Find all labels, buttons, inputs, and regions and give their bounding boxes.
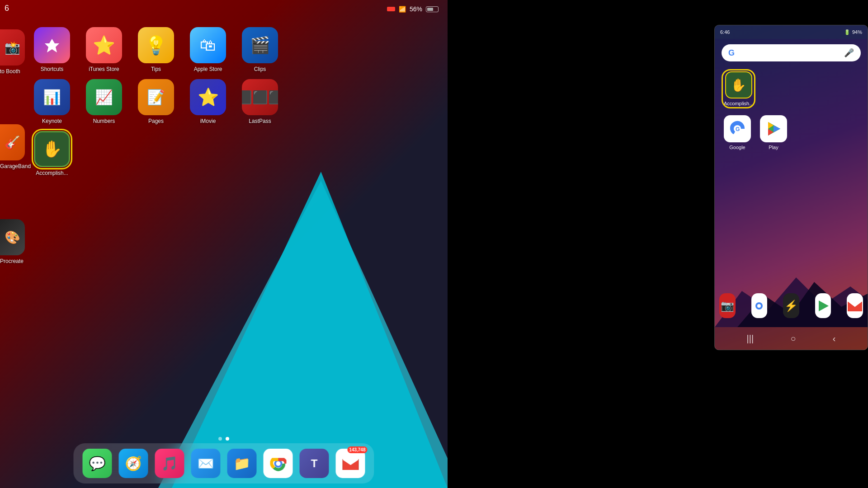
app-item-accomplished[interactable]: ✋ Accomplish... [32, 131, 72, 176]
android-dock-chrome[interactable] [751, 293, 768, 318]
android-search-bar[interactable]: G 🎤 [722, 44, 861, 61]
app-item-garageband[interactable]: 🎸 GarageBand [0, 124, 31, 169]
android-screen: 6:46 🔋 94% G 🎤 ✋ Accomplish... [714, 25, 868, 350]
dock-files[interactable]: 📁 [227, 449, 257, 478]
app-label-apple-store: Apple Store [194, 66, 222, 72]
wifi-status-icon: 📶 [399, 6, 406, 13]
app-label-clips: Clips [254, 66, 266, 72]
ipad-dock: 💬 🧭 🎵 ✉️ 📁 T 143,748 [74, 443, 374, 483]
ipad-time: 6 [5, 4, 9, 13]
page-dot-1[interactable] [218, 437, 222, 441]
app-item-procreate[interactable]: 🎨 Procreate [0, 219, 31, 264]
microphone-icon[interactable]: 🎤 [844, 48, 854, 58]
android-accomplished-app[interactable]: ✋ Accomplish... [724, 71, 753, 106]
svg-marker-11 [774, 126, 780, 132]
dock-messages[interactable]: 💬 [83, 449, 112, 478]
android-dock-camera[interactable]: 📷 [719, 293, 736, 318]
app-label-garageband: GarageBand [0, 163, 31, 169]
android-apps-row: G Google Play [715, 111, 868, 155]
android-dock-playstore[interactable] [815, 293, 831, 318]
app-item-shortcuts[interactable]: Shortcuts [32, 27, 72, 72]
dock-mail[interactable]: ✉️ [191, 449, 221, 478]
app-item-pages[interactable]: 📝 Pages [136, 79, 176, 124]
android-accomplished-label: Accomplish... [724, 101, 753, 106]
ipad-screen: 6 📶 56% 📸 to Booth 🎸 GarageBand 🎨 Procre… [0, 0, 448, 488]
dock-chrome[interactable] [264, 449, 293, 478]
app-label-pages: Pages [148, 118, 164, 124]
android-nav-home[interactable]: ○ [790, 333, 796, 344]
app-item-imovie[interactable]: ⭐ iMovie [188, 79, 228, 124]
app-label-itunes: iTunes Store [89, 66, 119, 72]
android-battery: 94% [852, 29, 862, 35]
app-label-numbers: Numbers [93, 118, 115, 124]
svg-marker-15 [819, 300, 829, 311]
app-label-lastpass: LastPass [249, 118, 271, 124]
app-item-itunes[interactable]: ⭐ iTunes Store [84, 27, 124, 72]
android-nav-back[interactable]: ‹ [833, 333, 836, 344]
app-label-keynote: Keynote [42, 118, 62, 124]
dock-music[interactable]: 🎵 [155, 449, 184, 478]
battery-percent: 56% [410, 5, 422, 13]
android-dock-launcher[interactable]: ⚡ [783, 293, 799, 318]
page-dot-2[interactable] [226, 437, 229, 441]
app-item-keynote[interactable]: 📊 Keynote [32, 79, 72, 124]
gmail-badge: 143,748 [347, 446, 367, 453]
android-bottom-dock: 📷 ⚡ [715, 289, 868, 323]
android-google-app[interactable]: G Google [724, 115, 751, 150]
app-item-lastpass[interactable]: ⬛⬛⬛ LastPass [240, 79, 280, 124]
android-nav-recents[interactable]: ||| [747, 333, 754, 344]
dock-teams[interactable]: T [300, 449, 329, 478]
app-label-accomplished: Accomplish... [36, 170, 68, 176]
app-label-tips: Tips [151, 66, 161, 72]
android-status-bar: 6:46 🔋 94% [715, 25, 868, 39]
page-dots [218, 437, 229, 441]
ipad-status-bar: 6 📶 56% [0, 0, 448, 18]
dock-safari[interactable]: 🧭 [119, 449, 148, 478]
battery-red-icon [387, 7, 395, 11]
android-dock-gmail[interactable] [847, 293, 863, 318]
app-item-numbers[interactable]: 📈 Numbers [84, 79, 124, 124]
android-nav-bar: ||| ○ ‹ [715, 327, 868, 350]
svg-point-3 [276, 461, 280, 466]
android-battery-icon: 🔋 [844, 29, 850, 35]
android-google-label: Google [729, 145, 745, 150]
svg-text:G: G [736, 126, 740, 132]
app-label-procreate: Procreate [0, 258, 24, 264]
app-item-apple-store[interactable]: 🛍 Apple Store [188, 27, 228, 72]
app-item-photo-booth[interactable]: 📸 to Booth [0, 29, 31, 75]
android-play-app[interactable]: Play [760, 115, 787, 150]
app-item-clips[interactable]: 🎬 Clips [240, 27, 280, 72]
battery-bar [426, 6, 439, 12]
app-label-shortcuts: Shortcuts [41, 66, 64, 72]
app-label-imovie: iMovie [200, 118, 216, 124]
android-play-label: Play [769, 145, 778, 150]
android-time: 6:46 [720, 29, 730, 35]
svg-point-14 [757, 304, 761, 308]
app-label-photo-booth: to Booth [0, 68, 20, 75]
google-logo: G [728, 48, 735, 58]
app-item-tips[interactable]: 💡 Tips [136, 27, 176, 72]
dock-gmail[interactable]: 143,748 [336, 449, 365, 478]
